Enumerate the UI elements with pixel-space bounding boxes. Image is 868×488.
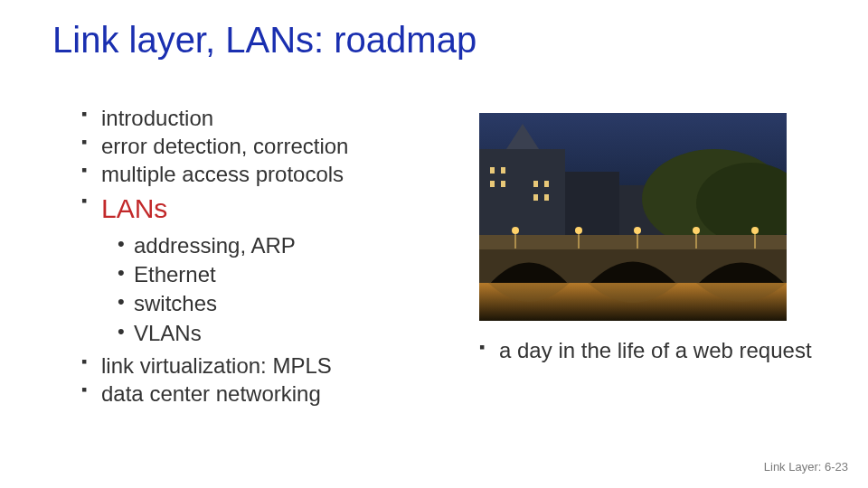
sub-bullet-item: addressing, ARP: [118, 231, 443, 260]
svg-rect-23: [501, 181, 505, 187]
slide-footer: Link Layer: 6-23: [764, 460, 848, 474]
svg-rect-24: [533, 181, 538, 187]
bullet-item: introduction: [81, 104, 443, 132]
top-bullet-list: introduction error detection, correction…: [81, 104, 443, 226]
right-column: a day in the life of a web request: [470, 113, 841, 364]
svg-rect-1: [479, 149, 565, 239]
decorative-image: [479, 113, 787, 321]
bridge-night-icon: [479, 113, 787, 321]
svg-rect-21: [501, 167, 505, 174]
svg-rect-27: [544, 194, 549, 201]
svg-rect-26: [533, 194, 538, 201]
sub-bullet-item: Ethernet: [118, 260, 443, 289]
right-bullet-list: a day in the life of a web request: [479, 337, 841, 364]
svg-rect-3: [565, 172, 619, 239]
tail-bullet-list: link virtualization: MPLS data center ne…: [81, 352, 443, 408]
sub-bullet-item: VLANs: [118, 319, 443, 348]
slide-title: Link layer, LANs: roadmap: [52, 20, 476, 61]
bullet-item: data center networking: [81, 380, 443, 408]
sub-bullet-item: switches: [118, 289, 443, 318]
bullet-item: a day in the life of a web request: [479, 337, 841, 364]
slide: Link layer, LANs: roadmap introduction e…: [0, 0, 868, 488]
svg-rect-25: [544, 181, 549, 187]
bullet-item-current: LANs: [81, 191, 443, 226]
sub-bullet-list: addressing, ARP Ethernet switches VLANs: [118, 231, 443, 349]
svg-rect-7: [479, 235, 787, 249]
bullet-item: multiple access protocols: [81, 160, 443, 188]
bullet-item: error detection, correction: [81, 132, 443, 160]
left-column: introduction error detection, correction…: [81, 104, 443, 408]
bullet-item: link virtualization: MPLS: [81, 352, 443, 380]
svg-rect-20: [490, 167, 495, 174]
svg-rect-22: [490, 181, 495, 187]
